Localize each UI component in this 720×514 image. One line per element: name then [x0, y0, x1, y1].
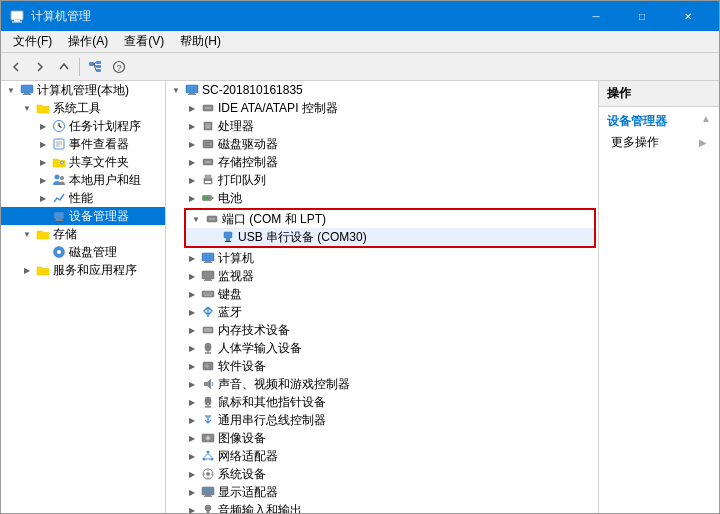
- sys-devices-icon: [200, 466, 216, 482]
- forward-button[interactable]: [29, 56, 51, 78]
- help-button[interactable]: ?: [108, 56, 130, 78]
- tree-item-usb-serial[interactable]: USB 串行设备 (COM30): [186, 228, 594, 246]
- tree-item-ide[interactable]: IDE ATA/ATAPI 控制器: [166, 99, 598, 117]
- svg-point-23: [55, 175, 60, 180]
- tree-item-storage-ctrl[interactable]: 存储控制器: [166, 153, 598, 171]
- tree-label-shared-folders: 共享文件夹: [69, 154, 129, 171]
- tree-item-network-adapters[interactable]: 网络适配器: [166, 447, 598, 465]
- close-button[interactable]: ✕: [665, 1, 711, 31]
- tree-item-storage[interactable]: 存储: [1, 225, 165, 243]
- right-panel-more-actions[interactable]: 更多操作 ▶: [599, 132, 719, 153]
- svg-rect-31: [189, 93, 195, 94]
- tree-item-audio-io[interactable]: 音频输入和输出: [166, 501, 598, 513]
- svg-rect-68: [205, 343, 211, 351]
- svg-rect-0: [11, 11, 23, 20]
- svg-rect-3: [89, 62, 94, 66]
- tree-item-mem-tech[interactable]: 内存技术设备: [166, 321, 598, 339]
- tree-item-software-dev[interactable]: 软件设备: [166, 357, 598, 375]
- tree-item-task-scheduler[interactable]: 任务计划程序: [1, 117, 165, 135]
- tree-item-human-input[interactable]: 人体学输入设备: [166, 339, 598, 357]
- tree-item-local-users[interactable]: 本地用户和组: [1, 171, 165, 189]
- tree-item-processor[interactable]: 处理器: [166, 117, 598, 135]
- tree-item-device-manager[interactable]: 设备管理器: [1, 207, 165, 225]
- svg-rect-72: [204, 382, 207, 386]
- svg-rect-42: [205, 175, 211, 179]
- display-icon: [200, 484, 216, 500]
- tree-item-ports[interactable]: 端口 (COM 和 LPT): [186, 210, 594, 228]
- tree-item-sys-devices[interactable]: 系统设备: [166, 465, 598, 483]
- back-button[interactable]: [5, 56, 27, 78]
- services-icon: [35, 262, 51, 278]
- tree-item-shared-folders[interactable]: 共享文件夹: [1, 153, 165, 171]
- battery-icon: [200, 190, 216, 206]
- tree-label-imaging: 图像设备: [218, 430, 266, 447]
- sound-icon: [200, 376, 216, 392]
- tree-item-computer-dev[interactable]: 计算机: [166, 249, 598, 267]
- tree-item-root[interactable]: 计算机管理(本地): [1, 81, 165, 99]
- tree-item-battery[interactable]: 电池: [166, 189, 598, 207]
- tree-item-disk-mgmt[interactable]: 磁盘管理: [1, 243, 165, 261]
- tree-item-services[interactable]: 服务和应用程序: [1, 261, 165, 279]
- tree-item-disk-drives[interactable]: 磁盘驱动器: [166, 135, 598, 153]
- expand-icon-computer: [168, 82, 184, 98]
- svg-rect-55: [205, 261, 211, 262]
- tree-label-bluetooth: 蓝牙: [218, 304, 242, 321]
- tree-label-root: 计算机管理(本地): [37, 82, 129, 99]
- svg-rect-36: [206, 124, 211, 129]
- toolbar: ?: [1, 53, 719, 81]
- menu-help[interactable]: 帮助(H): [172, 31, 229, 52]
- menu-file[interactable]: 文件(F): [5, 31, 60, 52]
- tree-label-services: 服务和应用程序: [53, 262, 137, 279]
- show-tree-button[interactable]: [84, 56, 106, 78]
- tree-item-sound[interactable]: 声音、视频和游戏控制器: [166, 375, 598, 393]
- tree-item-display[interactable]: 显示适配器: [166, 483, 598, 501]
- svg-rect-45: [212, 197, 214, 199]
- up-button[interactable]: [53, 56, 75, 78]
- tree-item-print-queue[interactable]: 打印队列: [166, 171, 598, 189]
- svg-point-50: [213, 218, 215, 220]
- svg-point-97: [205, 505, 211, 511]
- expand-icon-audio-io: [184, 502, 200, 513]
- expand-icon-storage-ctrl: [184, 154, 200, 170]
- tree-item-event-viewer[interactable]: 事件查看器: [1, 135, 165, 153]
- tree-item-keyboard[interactable]: 键盘: [166, 285, 598, 303]
- svg-rect-59: [204, 280, 212, 281]
- svg-rect-46: [204, 197, 209, 200]
- expand-icon-print: [184, 172, 200, 188]
- tree-label-storage: 存储: [53, 226, 77, 243]
- tree-item-system-tools[interactable]: 系统工具: [1, 99, 165, 117]
- tree-item-universal-serial[interactable]: 通用串行总线控制器: [166, 411, 598, 429]
- minimize-button[interactable]: ─: [573, 1, 619, 31]
- tree-item-bluetooth[interactable]: 蓝牙: [166, 303, 598, 321]
- expand-icon-processor: [184, 118, 200, 134]
- disk-mgmt-icon: [51, 244, 67, 260]
- maximize-button[interactable]: □: [619, 1, 665, 31]
- expand-icon-system-tools: [19, 100, 35, 116]
- monitor-icon: [200, 268, 216, 284]
- processor-icon: [200, 118, 216, 134]
- tree-item-perf[interactable]: 性能: [1, 189, 165, 207]
- expand-icon-bluetooth: [184, 304, 200, 320]
- tree-item-imaging[interactable]: 图像设备: [166, 429, 598, 447]
- right-panel-header: 操作: [599, 81, 719, 107]
- svg-rect-98: [207, 511, 210, 513]
- svg-point-81: [207, 451, 210, 454]
- tree-item-mice[interactable]: 鼠标和其他指针设备: [166, 393, 598, 411]
- tree-item-computer-name[interactable]: SC-201810161835: [166, 81, 598, 99]
- menu-view[interactable]: 查看(V): [116, 31, 172, 52]
- tree-label-keyboard: 键盘: [218, 286, 242, 303]
- tree-label-sys-devices: 系统设备: [218, 466, 266, 483]
- expand-icon-shared: [35, 154, 51, 170]
- svg-point-48: [209, 218, 211, 220]
- tree-label-storage-ctrl: 存储控制器: [218, 154, 278, 171]
- svg-point-75: [207, 403, 209, 405]
- perf-icon: [51, 190, 67, 206]
- expand-icon-battery: [184, 190, 200, 206]
- expand-icon-human-input: [184, 340, 200, 356]
- tree-label-monitors: 监视器: [218, 268, 254, 285]
- menu-action[interactable]: 操作(A): [60, 31, 116, 52]
- tree-item-monitors[interactable]: 监视器: [166, 267, 598, 285]
- expand-icon-ide: [184, 100, 200, 116]
- left-nav-panel: 计算机管理(本地) 系统工具: [1, 81, 166, 513]
- more-actions-expand-icon: ▶: [699, 137, 707, 148]
